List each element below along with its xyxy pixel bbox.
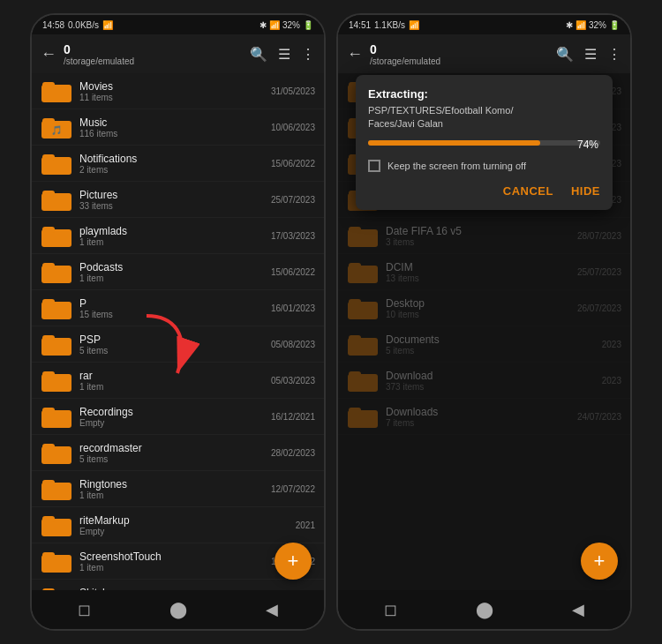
list-item[interactable]: recordmaster 5 items 28/02/2023 xyxy=(32,435,324,471)
folder-icon xyxy=(41,584,72,590)
file-info: Desktop 10 items xyxy=(386,297,570,319)
list-icon-right[interactable]: ☰ xyxy=(584,46,597,63)
file-meta: 1 item xyxy=(79,273,264,283)
bluetooth-icon-right: ✱ xyxy=(566,20,573,30)
file-info: riteMarkup Empty xyxy=(79,514,289,536)
nav-recent-left[interactable]: ◻ xyxy=(78,600,91,619)
svg-rect-28 xyxy=(42,552,55,558)
svg-rect-3 xyxy=(42,118,55,124)
file-info: Documents 5 items xyxy=(386,333,595,356)
file-name: Documents xyxy=(386,333,595,346)
list-item[interactable]: Documents 5 items 2023 xyxy=(338,326,630,363)
file-meta: 7 items xyxy=(386,418,570,428)
file-info: playmlads 1 item xyxy=(79,225,264,247)
list-item[interactable]: PSP 5 items 05/08/2023 xyxy=(32,326,324,363)
list-item[interactable]: Date FIFA 16 v5 3 items 28/07/2023 xyxy=(338,218,630,254)
folder-icon xyxy=(41,439,72,466)
list-item[interactable]: playmlads 1 item 17/03/2023 xyxy=(32,218,324,254)
svg-rect-26 xyxy=(42,516,55,522)
file-name: Desktop xyxy=(386,297,570,310)
keep-screen-checkbox[interactable] xyxy=(368,160,380,172)
file-date: 16/12/2021 xyxy=(271,412,315,422)
svg-rect-20 xyxy=(42,408,55,414)
file-info: Movies 11 items xyxy=(79,80,264,102)
file-date: 28/07/2023 xyxy=(577,231,621,241)
file-name: Notifications xyxy=(79,153,264,165)
more-icon-right[interactable]: ⋮ xyxy=(607,46,621,63)
status-right-right: ✱ 📶 32% 🔋 xyxy=(566,20,620,30)
file-meta: 10 items xyxy=(386,310,570,319)
fab-left[interactable]: + xyxy=(275,543,312,580)
svg-rect-6 xyxy=(42,154,55,161)
folder-icon xyxy=(347,331,379,357)
list-item[interactable]: P 15 items 16/01/2023 xyxy=(32,290,324,326)
list-item[interactable]: DCIM 13 items 25/07/2023 xyxy=(338,254,630,290)
file-info: recordmaster 5 items xyxy=(79,442,264,464)
file-date: 10/06/2023 xyxy=(271,123,315,132)
toolbar-right: ← 0 /storage/emulated 🔍 ☰ ⋮ xyxy=(338,34,630,73)
list-item[interactable]: Movies 11 items 31/05/2023 xyxy=(32,73,324,109)
cancel-button[interactable]: CANCEL xyxy=(503,184,553,198)
nav-recent-right[interactable]: ◻ xyxy=(384,600,397,619)
list-item[interactable]: Podcasts 1 item 15/06/2022 xyxy=(32,254,324,290)
file-info: Recordings Empty xyxy=(79,406,264,428)
file-meta: 15 items xyxy=(79,310,264,319)
data-speed-right: 1.1KB/s xyxy=(374,20,405,30)
file-name: ScreenshotTouch xyxy=(79,550,264,563)
list-item[interactable]: Pictures 33 items 25/07/2023 xyxy=(32,182,324,218)
battery-icon-right: 🔋 xyxy=(609,20,620,30)
more-icon-left[interactable]: ⋮ xyxy=(301,46,315,63)
hide-button[interactable]: HIDE xyxy=(571,184,600,198)
svg-rect-1 xyxy=(42,82,55,88)
folder-icon xyxy=(41,403,72,430)
toolbar-title-right: 0 /storage/emulated xyxy=(370,42,549,66)
time-right: 14:51 xyxy=(349,20,371,30)
time-left: 14:58 xyxy=(42,20,64,30)
file-date: 17/03/2023 xyxy=(271,231,315,241)
status-icons-left: 📶 xyxy=(102,20,113,30)
back-button-right[interactable]: ← xyxy=(347,45,363,64)
nav-home-right[interactable]: ⬤ xyxy=(476,600,493,619)
svg-rect-8 xyxy=(42,191,55,197)
nav-bar-left: ◻ ⬤ ◀ xyxy=(32,590,324,629)
list-item[interactable]: Download 373 items 2023 xyxy=(338,363,630,399)
search-icon-left[interactable]: 🔍 xyxy=(250,46,267,63)
nav-back-left[interactable]: ◀ xyxy=(266,600,278,619)
dialog-buttons: CANCEL HIDE xyxy=(368,184,600,198)
folder-icon xyxy=(41,78,72,104)
svg-rect-30 xyxy=(42,588,55,590)
nav-home-left[interactable]: ⬤ xyxy=(169,600,187,619)
phone-right: 14:51 1.1KB/s 📶 ✱ 📶 32% 🔋 ← 0 /storage/e… xyxy=(336,13,632,631)
file-name: Pictures xyxy=(79,189,264,201)
title-count-right: 0 xyxy=(370,42,549,56)
list-item[interactable]: 🎵 Music 116 items 10/06/2023 xyxy=(32,109,324,146)
list-item[interactable]: rar 1 item 05/03/2023 xyxy=(32,363,324,399)
folder-icon xyxy=(41,331,72,357)
list-item[interactable]: Notifications 2 items 15/06/2022 xyxy=(32,146,324,182)
file-name: Music xyxy=(79,116,264,129)
list-item[interactable]: Downloads 7 items 24/07/2023 xyxy=(338,399,630,435)
folder-icon xyxy=(41,222,72,249)
nav-back-right[interactable]: ◀ xyxy=(572,600,584,619)
list-item[interactable]: riteMarkup Empty 2021 xyxy=(32,507,324,543)
file-name: PSP xyxy=(79,333,264,346)
file-name: Podcasts xyxy=(79,261,264,273)
svg-rect-22 xyxy=(42,444,55,450)
list-item[interactable]: Skitch 2 items 14/02/2022 xyxy=(32,580,324,590)
list-item[interactable]: Desktop 10 items 26/07/2023 xyxy=(338,290,630,326)
file-list-left: Movies 11 items 31/05/2023 🎵 Music 116 i… xyxy=(32,73,324,590)
progress-percent: 74% xyxy=(368,139,600,151)
back-button-left[interactable]: ← xyxy=(41,45,56,64)
folder-icon xyxy=(41,367,72,393)
file-date: 28/02/2023 xyxy=(271,448,315,458)
file-info: Download 373 items xyxy=(386,370,595,392)
file-info: ScreenshotTouch 1 item xyxy=(79,550,264,573)
list-item[interactable]: Ringtones 1 item 12/07/2022 xyxy=(32,471,324,507)
fab-right[interactable]: + xyxy=(581,543,618,580)
status-bar-left: 14:58 0.0KB/s 📶 ✱ 📶 32% 🔋 xyxy=(32,15,324,34)
search-icon-right[interactable]: 🔍 xyxy=(556,46,574,63)
folder-icon xyxy=(41,186,72,213)
list-item[interactable]: Recordings Empty 16/12/2021 xyxy=(32,399,324,435)
list-icon-left[interactable]: ☰ xyxy=(278,46,290,63)
file-info: Podcasts 1 item xyxy=(79,261,264,283)
